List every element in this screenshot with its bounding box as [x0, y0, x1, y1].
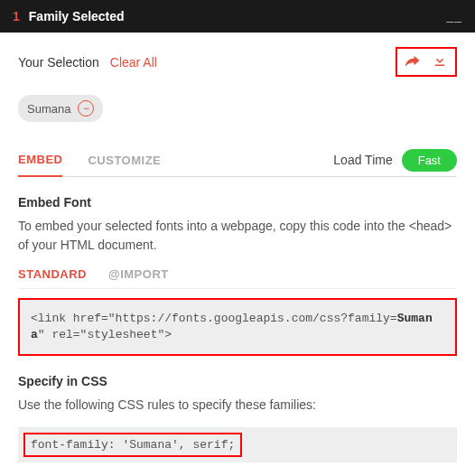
panel-header: 1 Family Selected __: [0, 0, 475, 33]
css-code: font-family: 'Sumana', serif;: [23, 433, 242, 457]
action-buttons: [396, 47, 457, 77]
share-icon[interactable]: [405, 52, 421, 71]
download-icon[interactable]: [432, 52, 448, 71]
panel-title: Family Selected: [29, 9, 125, 23]
tab-embed[interactable]: EMBED: [18, 144, 62, 177]
your-selection-label: Your Selection: [18, 55, 99, 70]
embed-desc: To embed your selected fonts into a webp…: [18, 217, 457, 255]
css-code-block[interactable]: font-family: 'Sumana', serif;: [18, 427, 457, 462]
subtab-import[interactable]: @IMPORT: [108, 267, 169, 281]
clear-all-button[interactable]: Clear All: [110, 55, 157, 70]
family-count: 1: [13, 9, 20, 23]
load-time-label: Load Time: [333, 153, 392, 167]
css-desc: Use the following CSS rules to specify t…: [18, 396, 457, 415]
css-heading: Specify in CSS: [18, 374, 457, 388]
chip-label: Sumana: [27, 102, 70, 116]
tab-customize[interactable]: CUSTOMIZE: [88, 145, 161, 176]
minimize-icon[interactable]: __: [446, 9, 462, 23]
subtab-standard[interactable]: STANDARD: [18, 267, 87, 281]
main-tabs: EMBED CUSTOMIZE Load Time Fast: [18, 144, 457, 177]
embed-code-block[interactable]: <link href="https://fonts.googleapis.com…: [18, 298, 457, 356]
selection-row: Your Selection Clear All: [18, 47, 457, 77]
embed-heading: Embed Font: [18, 195, 457, 210]
load-time-badge: Fast: [402, 149, 457, 172]
embed-subtabs: STANDARD @IMPORT: [18, 267, 457, 289]
remove-chip-icon[interactable]: −: [78, 100, 94, 117]
header-left: 1 Family Selected: [13, 9, 125, 23]
font-chip: Sumana −: [18, 95, 103, 122]
